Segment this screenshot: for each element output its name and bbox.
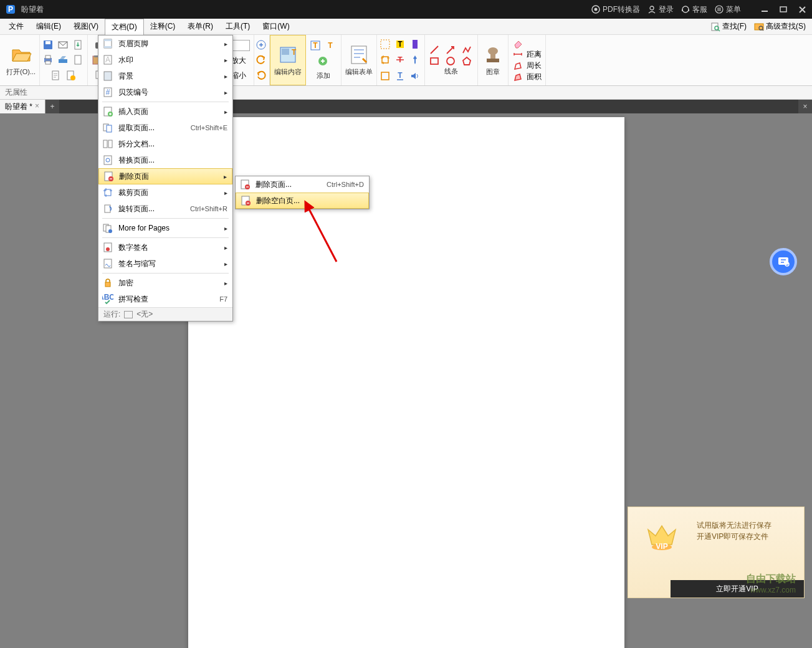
tab-close-icon[interactable]: ×: [35, 102, 42, 109]
new-icon[interactable]: [65, 70, 77, 81]
eraser-button[interactable]: [512, 37, 523, 49]
menu-item-bates[interactable]: #贝茨编号▸: [98, 84, 232, 100]
open-group[interactable]: 打开(O)...: [2, 35, 40, 85]
menu-item-background[interactable]: 背景▸: [98, 68, 232, 84]
svg-text:#: #: [106, 88, 110, 97]
support-button[interactable]: 客服: [681, 4, 707, 15]
menu-file[interactable]: 文件: [2, 19, 30, 34]
maximize-button[interactable]: [778, 4, 788, 14]
menu-comment[interactable]: 注释(C): [144, 19, 182, 34]
tab-add-button[interactable]: +: [45, 100, 59, 113]
svg-point-5: [682, 6, 689, 12]
menu-item-watermark[interactable]: A水印▸: [98, 52, 232, 68]
menu-item-replace-page[interactable]: 替换页面...: [98, 152, 232, 168]
vip-msg-line2: 开通VIP即可保存文件: [697, 531, 771, 542]
strike-icon[interactable]: T: [394, 54, 407, 65]
document-tab[interactable]: 盼望着 * ×: [0, 100, 45, 113]
pdf-converter-link[interactable]: PDF转换器: [591, 4, 640, 15]
menu-document[interactable]: 文档(D): [105, 19, 144, 35]
menu-tools[interactable]: 工具(T): [219, 19, 256, 34]
line-icon[interactable]: [429, 44, 441, 55]
menu-button[interactable]: 菜单: [715, 4, 741, 15]
crop-icon[interactable]: [380, 54, 392, 65]
menu-item-rotate-page[interactable]: 旋转页面...Ctrl+Shift+R: [98, 201, 232, 217]
rect-icon[interactable]: [429, 55, 441, 67]
menu-view[interactable]: 视图(V): [67, 19, 105, 34]
svg-rect-19: [59, 59, 67, 63]
stamp-button[interactable]: 图章: [478, 35, 509, 85]
send-icon[interactable]: [57, 39, 70, 50]
zoom-plus-icon[interactable]: [256, 39, 268, 50]
perimeter-icon[interactable]: [512, 60, 525, 72]
svg-rect-53: [381, 72, 389, 80]
svg-rect-47: [381, 40, 389, 49]
menu-item-crop-page[interactable]: 裁剪页面▸: [98, 184, 232, 201]
menu-form[interactable]: 表单(R): [181, 19, 219, 34]
add-watermark-icon[interactable]: T: [325, 40, 337, 51]
doc1-icon[interactable]: [50, 70, 62, 81]
print-icon[interactable]: [42, 54, 55, 65]
watermark-line1: 自由下载站: [746, 573, 796, 586]
bookmark-icon[interactable]: [409, 39, 422, 50]
menu-item-header-footer[interactable]: 页眉页脚▸: [98, 36, 232, 52]
menu-item-signature[interactable]: 签名与缩写▸: [98, 255, 232, 272]
polygon-icon[interactable]: [461, 55, 474, 67]
advanced-find-button[interactable]: 高级查找(S): [750, 19, 810, 34]
svg-rect-13: [45, 41, 50, 44]
find-button[interactable]: 查找(F): [707, 19, 750, 34]
help-fab-button[interactable]: [770, 248, 797, 275]
vip-msg-line1: 试用版将无法进行保存: [697, 520, 771, 531]
scan-icon[interactable]: [57, 54, 70, 65]
menu-window[interactable]: 窗口(W): [256, 19, 295, 34]
blank-icon[interactable]: [72, 54, 85, 65]
distance-icon[interactable]: [512, 49, 525, 60]
tab-bar-close-icon[interactable]: ×: [798, 100, 812, 113]
menu-item-more-pages[interactable]: More for Pages▸: [98, 220, 232, 236]
edit-form-button[interactable]: 编辑表单: [342, 35, 377, 85]
circle-icon[interactable]: [445, 55, 457, 67]
menu-item-spellcheck[interactable]: ABC拼写检查F7: [98, 291, 232, 307]
svg-text:T: T: [398, 40, 403, 49]
save-icon[interactable]: [42, 39, 55, 50]
add-image-icon[interactable]: [317, 55, 330, 67]
pushpin-icon[interactable]: [409, 54, 422, 65]
menu-item-digital-sign[interactable]: 数字签名▸: [98, 239, 232, 255]
menu-item-split-doc[interactable]: 拆分文档...: [98, 136, 232, 152]
menu-item-delete-page[interactable]: 删除页面▸: [98, 168, 232, 184]
minimize-button[interactable]: [760, 4, 770, 14]
sound-icon[interactable]: [409, 70, 422, 82]
menu-item-insert-page[interactable]: 插入页面▸: [98, 103, 232, 120]
add-label: 添加: [317, 71, 330, 80]
tab-label: 盼望着 *: [5, 102, 32, 112]
export-icon[interactable]: [72, 39, 85, 50]
perimeter-label: 周长: [527, 60, 542, 71]
watermark-line2: www.xz7.com: [746, 586, 796, 594]
area-icon[interactable]: [512, 72, 525, 83]
login-button[interactable]: 登录: [647, 4, 674, 15]
close-button[interactable]: [797, 4, 807, 14]
svg-text:A: A: [105, 55, 110, 64]
edit-content-button[interactable]: T 编辑内容: [270, 35, 306, 85]
undo-icon[interactable]: [256, 54, 268, 65]
add-text-icon[interactable]: T: [310, 40, 322, 51]
select-icon[interactable]: [380, 39, 392, 50]
underline-icon[interactable]: T: [394, 70, 407, 82]
selection-icon[interactable]: [380, 70, 392, 82]
menu-item-extract-page[interactable]: 提取页面...Ctrl+Shift+E: [98, 120, 232, 136]
polyline-icon[interactable]: [461, 44, 474, 55]
svg-rect-7: [780, 7, 786, 12]
menu-edit[interactable]: 编辑(E): [30, 19, 67, 34]
svg-rect-74: [103, 140, 107, 148]
svg-text:T: T: [313, 41, 318, 50]
arrow-icon[interactable]: [445, 44, 457, 55]
redo-icon[interactable]: [256, 70, 268, 81]
svg-text:P: P: [8, 5, 13, 14]
submenu-delete-blank-page[interactable]: 删除空白页...: [236, 193, 369, 209]
area-label: 面积: [527, 72, 542, 82]
submenu-delete-page[interactable]: 删除页面...Ctrl+Shift+D: [236, 176, 369, 193]
highlight-icon[interactable]: T: [394, 39, 407, 50]
delete-page-submenu: 删除页面...Ctrl+Shift+D 删除空白页...: [235, 176, 370, 209]
app-logo-icon: P: [5, 4, 16, 15]
menu-item-encrypt[interactable]: 加密▸: [98, 275, 232, 291]
svg-rect-67: [104, 72, 112, 80]
